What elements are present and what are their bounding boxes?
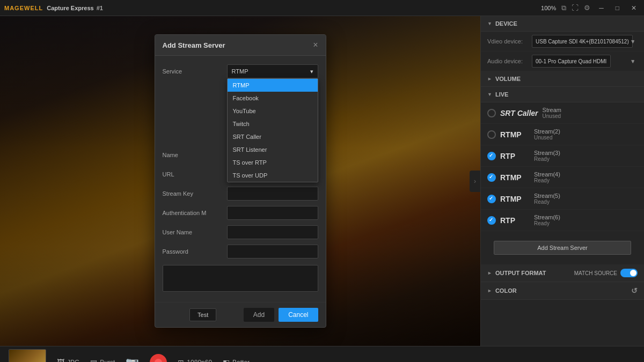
- stream-radio-5[interactable]: ✓: [487, 195, 496, 203]
- capture-button[interactable]: 📷: [126, 356, 139, 363]
- stream-radio-3[interactable]: ✓: [487, 152, 496, 160]
- stream-info-3: Stream(3)Ready: [534, 150, 560, 162]
- bottom-toolbar: 🖼 JPG ▤ Burst 📷 ⊞ 1080p60 ◧ Better: [0, 346, 644, 362]
- stream-row-3[interactable]: ✓RTPStream(3)Ready: [481, 145, 644, 167]
- stream-info-1: StreamUnused: [543, 107, 561, 119]
- audio-device-select[interactable]: 00-1 Pro Capture Quad HDMI: [532, 55, 611, 68]
- stream-radio-1[interactable]: [487, 109, 496, 117]
- stream-radio-2[interactable]: [487, 130, 496, 139]
- url-label: URL: [163, 171, 227, 178]
- resolution-selector[interactable]: ⊞ 1080p60: [178, 358, 212, 363]
- burst-icon: ▤: [90, 358, 97, 363]
- format-label: JPG: [67, 359, 79, 363]
- quality-icon: ◧: [223, 358, 230, 363]
- stream-name-2: RTMP: [500, 130, 530, 139]
- cancel-button[interactable]: Cancel: [279, 308, 318, 322]
- thumbnail-preview: [9, 349, 46, 363]
- live-arrow-icon: ▼: [487, 92, 492, 97]
- stream-radio-4[interactable]: ✓: [487, 173, 496, 182]
- stream-label-6: Stream(6): [534, 214, 560, 220]
- dropdown-item-ts-over-rtp[interactable]: TS over RTP: [228, 156, 318, 169]
- dropdown-item-srt-caller[interactable]: SRT Caller: [228, 130, 318, 143]
- video-device-select[interactable]: USB Capture SDI 4K+(B21017084512): [532, 35, 633, 48]
- stream-row-2[interactable]: RTMPStream(2)Unused: [481, 124, 644, 145]
- auth-row: Authentication M: [163, 206, 318, 220]
- window-icon[interactable]: ⧉: [561, 4, 566, 12]
- stream-row-4[interactable]: ✓RTMPStream(4)Ready: [481, 167, 644, 188]
- stream-status-1: Unused: [543, 113, 561, 119]
- thumbnail-image: [9, 350, 46, 363]
- resolution-icon: ⊞: [178, 358, 184, 363]
- username-input[interactable]: [227, 225, 318, 239]
- stream-name-1: SRT Caller: [500, 109, 538, 117]
- service-row: Service RTMP ▾ RTMPFacebookYouTubeTwitch…: [163, 64, 318, 78]
- right-panel: ▼ DEVICE Vdieo device: USB Capture SDI 4…: [480, 16, 644, 346]
- color-section-label: COLOR: [495, 287, 517, 294]
- video-device-select-wrap: USB Capture SDI 4K+(B21017084512) ▾: [532, 35, 638, 48]
- dropdown-item-ts-over-udp[interactable]: TS over UDP: [228, 169, 318, 182]
- refresh-icon[interactable]: ↺: [631, 286, 638, 295]
- modal-header: Add Stream Server ×: [155, 35, 326, 56]
- notes-textarea[interactable]: [163, 265, 318, 292]
- auth-input[interactable]: [227, 206, 318, 220]
- dropdown-item-twitch[interactable]: Twitch: [228, 117, 318, 130]
- volume-section-header[interactable]: ► VOLUME: [481, 71, 644, 87]
- device-section-label: DEVICE: [495, 20, 517, 27]
- titlebar-left: MAGEWELL Capture Express #1: [4, 5, 103, 11]
- stream-status-5: Ready: [534, 199, 560, 205]
- audio-device-row: Audio device: 00-1 Pro Capture Quad HDMI…: [481, 51, 644, 71]
- preview-area: Add Stream Server × Service RTMP ▾ RTMPF…: [0, 16, 480, 346]
- add-stream-modal: Add Stream Server × Service RTMP ▾ RTMPF…: [155, 34, 326, 328]
- add-stream-container: Add Stream Server: [481, 231, 644, 264]
- stream-name-6: RTP: [500, 216, 530, 225]
- main-area: Add Stream Server × Service RTMP ▾ RTMPF…: [0, 16, 644, 346]
- dropdown-item-youtube[interactable]: YouTube: [228, 105, 318, 117]
- name-label: Name: [163, 152, 227, 158]
- record-indicator: [155, 359, 162, 363]
- output-section-header[interactable]: ► OUTPUT FORMAT MATCH SOURCE: [481, 264, 644, 282]
- stream-key-row: Stream Key: [163, 187, 318, 201]
- stream-radio-6[interactable]: ✓: [487, 216, 496, 225]
- stream-info-2: Stream(2)Unused: [534, 128, 560, 141]
- stream-label-3: Stream(3): [534, 150, 560, 156]
- modal-close-button[interactable]: ×: [313, 40, 318, 50]
- auth-label: Authentication M: [163, 210, 227, 216]
- dropdown-item-facebook[interactable]: Facebook: [228, 92, 318, 105]
- add-button[interactable]: Add: [244, 308, 274, 322]
- username-label: User Name: [163, 229, 227, 235]
- password-row: Password: [163, 245, 318, 258]
- stream-key-label: Stream Key: [163, 190, 227, 197]
- stream-row-6[interactable]: ✓RTPStream(6)Ready: [481, 210, 644, 231]
- live-section-label: LIVE: [495, 91, 508, 98]
- stream-row-1[interactable]: SRT CallerStreamUnused: [481, 102, 644, 124]
- color-section-header[interactable]: ► COLOR ↺: [481, 282, 644, 300]
- service-dropdown-arrow: ▾: [310, 68, 313, 75]
- close-button[interactable]: ✕: [628, 3, 640, 13]
- record-button[interactable]: [150, 354, 167, 363]
- minimize-button[interactable]: ─: [596, 3, 607, 13]
- stream-status-3: Ready: [534, 156, 560, 162]
- stream-key-input[interactable]: [227, 187, 318, 201]
- dropdown-item-srt-listener[interactable]: SRT Listener: [228, 143, 318, 156]
- output-arrow-icon: ►: [487, 270, 492, 276]
- settings-icon[interactable]: ⚙: [584, 4, 590, 12]
- format-selector[interactable]: 🖼 JPG: [57, 358, 79, 363]
- stream-info-5: Stream(5)Ready: [534, 193, 560, 205]
- live-section-header[interactable]: ▼ LIVE: [481, 87, 644, 102]
- quality-selector[interactable]: ◧ Better: [223, 358, 250, 363]
- stream-info-4: Stream(4)Ready: [534, 171, 560, 183]
- password-input[interactable]: [227, 245, 318, 258]
- burst-button[interactable]: ▤ Burst: [90, 358, 115, 363]
- test-button[interactable]: Test: [189, 308, 216, 321]
- dropdown-item-rtmp[interactable]: RTMP: [228, 79, 318, 92]
- service-select-button[interactable]: RTMP ▾: [227, 64, 318, 78]
- match-source-toggle[interactable]: [620, 269, 638, 277]
- fullscreen-icon[interactable]: ⛶: [572, 4, 579, 12]
- maximize-button[interactable]: □: [612, 3, 623, 13]
- device-section-header[interactable]: ▼ DEVICE: [481, 16, 644, 32]
- audio-device-label: Audio device:: [487, 58, 528, 64]
- stream-row-5[interactable]: ✓RTMPStream(5)Ready: [481, 188, 644, 210]
- modal-title: Add Stream Server: [163, 41, 225, 49]
- password-label: Password: [163, 248, 227, 255]
- add-stream-server-button[interactable]: Add Stream Server: [494, 241, 631, 255]
